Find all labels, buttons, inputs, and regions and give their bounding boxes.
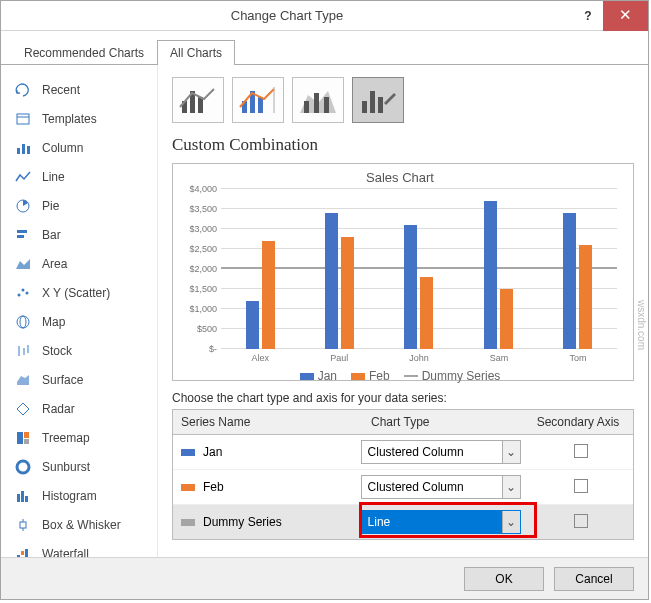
sidebar-item-area[interactable]: Area — [7, 251, 151, 277]
combo-subtype-1[interactable] — [172, 77, 224, 123]
combo-subtype-3[interactable] — [292, 77, 344, 123]
bar-icon — [14, 227, 32, 243]
map-icon — [14, 314, 32, 330]
svg-rect-24 — [21, 491, 24, 502]
chart-plot-area: $-$500$1,000$1,500$2,000$2,500$3,000$3,5… — [221, 189, 617, 349]
chart-type-select-dummy[interactable]: Line⌄ — [361, 510, 521, 534]
sidebar-label: Box & Whisker — [42, 518, 121, 532]
sidebar-item-column[interactable]: Column — [7, 135, 151, 161]
column-icon — [14, 140, 32, 156]
chevron-down-icon: ⌄ — [502, 441, 520, 463]
tab-recommended[interactable]: Recommended Charts — [11, 40, 157, 65]
pie-icon — [14, 198, 32, 214]
svg-rect-21 — [24, 439, 29, 444]
secondary-axis-checkbox-jan[interactable] — [574, 444, 588, 458]
svg-point-10 — [22, 289, 25, 292]
svg-rect-30 — [21, 551, 24, 555]
header-secondary-axis: Secondary Axis — [523, 410, 633, 434]
recent-icon — [14, 82, 32, 98]
svg-rect-20 — [24, 432, 29, 438]
dialog-window: Change Chart Type ? ✕ Recommended Charts… — [0, 0, 649, 600]
chart-preview: Sales Chart $-$500$1,000$1,500$2,000$2,5… — [172, 163, 634, 381]
series-table-body: Jan Clustered Column⌄ Feb Clustered Colu… — [173, 435, 633, 539]
svg-marker-18 — [17, 403, 29, 415]
line-icon — [14, 169, 32, 185]
series-swatch-icon — [181, 519, 195, 526]
area-icon — [14, 256, 32, 272]
sidebar-item-surface[interactable]: Surface — [7, 367, 151, 393]
svg-rect-7 — [17, 235, 24, 238]
series-row-dummy[interactable]: Dummy Series Line⌄ — [173, 505, 633, 539]
watermark: wsxdn.com — [636, 300, 647, 350]
sidebar-item-histogram[interactable]: Histogram — [7, 483, 151, 509]
help-button[interactable]: ? — [573, 9, 603, 23]
sidebar-label: Stock — [42, 344, 72, 358]
sidebar-label: Area — [42, 257, 67, 271]
sidebar-label: Histogram — [42, 489, 97, 503]
sidebar-item-bar[interactable]: Bar — [7, 222, 151, 248]
sidebar-item-boxwhisker[interactable]: Box & Whisker — [7, 512, 151, 538]
sidebar-item-pie[interactable]: Pie — [7, 193, 151, 219]
sidebar-item-sunburst[interactable]: Sunburst — [7, 454, 151, 480]
combo-subtype-custom[interactable] — [352, 77, 404, 123]
combo-subtype-row — [172, 77, 634, 123]
secondary-axis-checkbox-dummy[interactable] — [574, 514, 588, 528]
series-name: Jan — [203, 445, 222, 459]
instruction-text: Choose the chart type and axis for your … — [172, 391, 634, 405]
sidebar-item-templates[interactable]: Templates — [7, 106, 151, 132]
scatter-icon — [14, 285, 32, 301]
sidebar-label: Templates — [42, 112, 97, 126]
cancel-button[interactable]: Cancel — [554, 567, 634, 591]
svg-point-13 — [20, 316, 26, 328]
ok-button[interactable]: OK — [464, 567, 544, 591]
svg-rect-19 — [17, 432, 23, 444]
chart-type-select-jan[interactable]: Clustered Column⌄ — [361, 440, 521, 464]
svg-rect-43 — [304, 101, 309, 113]
chart-type-sidebar: Recent Templates Column Line Pie Bar Are… — [1, 65, 157, 557]
svg-rect-2 — [17, 148, 20, 154]
svg-rect-40 — [258, 97, 263, 113]
svg-rect-47 — [370, 91, 375, 113]
sidebar-item-treemap[interactable]: Treemap — [7, 425, 151, 451]
sidebar-label: Sunburst — [42, 460, 90, 474]
sidebar-label: Treemap — [42, 431, 90, 445]
sidebar-label: Surface — [42, 373, 83, 387]
sidebar-item-scatter[interactable]: X Y (Scatter) — [7, 280, 151, 306]
sidebar-item-line[interactable]: Line — [7, 164, 151, 190]
series-table-header: Series Name Chart Type Secondary Axis — [173, 410, 633, 435]
chart-x-labels: AlexPaulJohnSamTom — [221, 353, 617, 363]
sidebar-item-map[interactable]: Map — [7, 309, 151, 335]
sunburst-icon — [14, 459, 32, 475]
dialog-footer: OK Cancel — [1, 557, 648, 599]
close-button[interactable]: ✕ — [603, 1, 648, 31]
svg-rect-26 — [20, 522, 26, 528]
sidebar-item-waterfall[interactable]: Waterfall — [7, 541, 151, 557]
sidebar-item-recent[interactable]: Recent — [7, 77, 151, 103]
svg-point-22 — [17, 461, 29, 473]
legend-jan: Jan — [300, 369, 337, 383]
svg-rect-46 — [362, 101, 367, 113]
section-title: Custom Combination — [172, 135, 634, 155]
svg-rect-0 — [17, 114, 29, 124]
histogram-icon — [14, 488, 32, 504]
combo-subtype-2[interactable] — [232, 77, 284, 123]
svg-rect-37 — [198, 97, 203, 113]
chart-type-select-feb[interactable]: Clustered Column⌄ — [361, 475, 521, 499]
svg-marker-17 — [17, 375, 29, 385]
window-title: Change Chart Type — [1, 8, 573, 23]
series-name: Dummy Series — [203, 515, 282, 529]
sidebar-item-stock[interactable]: Stock — [7, 338, 151, 364]
sidebar-label: Pie — [42, 199, 59, 213]
series-row-jan[interactable]: Jan Clustered Column⌄ — [173, 435, 633, 470]
series-row-feb[interactable]: Feb Clustered Column⌄ — [173, 470, 633, 505]
secondary-axis-checkbox-feb[interactable] — [574, 479, 588, 493]
sidebar-item-radar[interactable]: Radar — [7, 396, 151, 422]
box-whisker-icon — [14, 517, 32, 533]
svg-rect-31 — [25, 549, 28, 557]
tab-all-charts[interactable]: All Charts — [157, 40, 235, 65]
sidebar-label: Radar — [42, 402, 75, 416]
sidebar-label: Recent — [42, 83, 80, 97]
svg-marker-8 — [16, 259, 30, 269]
sidebar-label: X Y (Scatter) — [42, 286, 110, 300]
svg-rect-45 — [324, 97, 329, 113]
